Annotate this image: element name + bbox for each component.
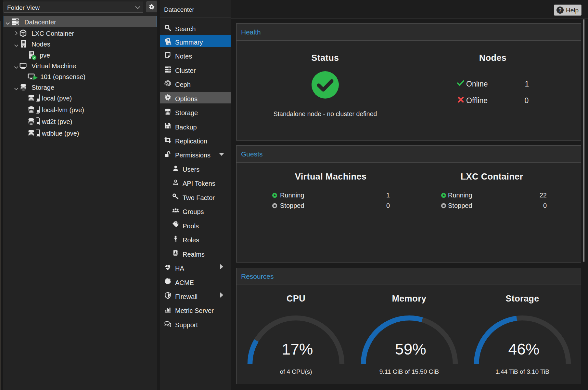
svg-text:?: ? xyxy=(558,7,562,13)
